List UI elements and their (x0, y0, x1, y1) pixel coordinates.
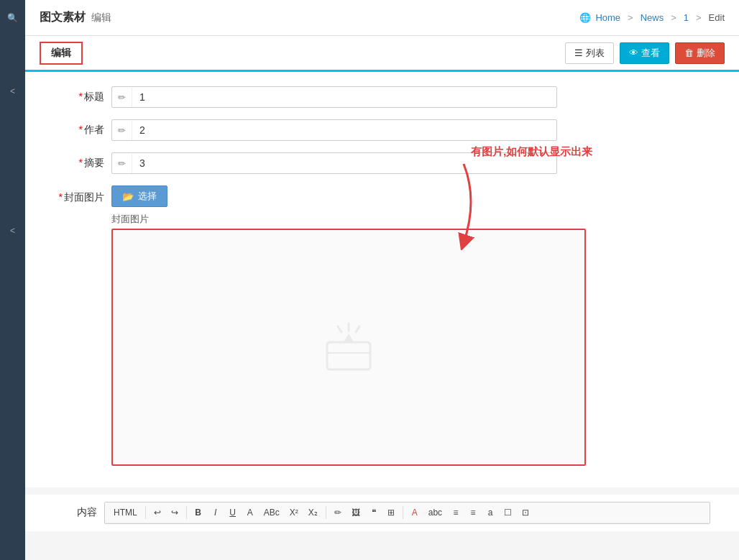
content-area: 编辑 ☰ 列表 👁 查看 🗑 删除 *标 (25, 36, 739, 560)
toolbar-sep-3 (326, 506, 326, 519)
toolbar-sep-2 (186, 506, 187, 519)
cover-preview-label: 封面图片 (111, 213, 586, 226)
breadcrumb-sep-2: > (671, 12, 676, 23)
svg-rect-4 (327, 342, 370, 369)
page-actions: ☰ 列表 👁 查看 🗑 删除 (565, 42, 725, 64)
list-icon: ☰ (574, 47, 583, 58)
svg-line-3 (356, 326, 359, 332)
author-input[interactable] (132, 120, 556, 140)
view-button[interactable]: 👁 查看 (620, 42, 669, 64)
toolbar-underline-btn[interactable]: U (225, 505, 241, 520)
content-label: 内容 (54, 502, 97, 519)
toolbar-redo-btn[interactable]: ↪ (167, 505, 183, 520)
sidebar-collapse-arrow-1[interactable]: < (10, 86, 15, 96)
eye-icon: 👁 (629, 47, 638, 58)
svg-marker-6 (344, 334, 354, 342)
toolbar-row-1: HTML ↩ ↪ B I U A ABc X² X₂ ✏ (105, 502, 710, 523)
cover-row: *封面图片 📂 选择 封面图片 (54, 185, 710, 466)
breadcrumb-globe-icon: 🌐 (579, 12, 591, 23)
page-header: 编辑 ☰ 列表 👁 查看 🗑 删除 (25, 36, 739, 72)
form-area: *标题 ✏ *作者 ✏ *摘要 (25, 72, 739, 487)
toolbar-italic-btn[interactable]: I (208, 505, 224, 520)
edit-tab[interactable]: 编辑 (40, 42, 83, 65)
svg-rect-5 (327, 352, 370, 354)
toolbar-table-btn[interactable]: ⊞ (383, 505, 399, 520)
breadcrumb-current: Edit (709, 12, 725, 23)
toolbar-sub-btn[interactable]: X₂ (304, 505, 322, 520)
select-image-button[interactable]: 📂 选择 (111, 185, 167, 207)
summary-label: *摘要 (54, 157, 111, 170)
page-subtitle: 编辑 (91, 12, 111, 24)
toolbar-anchor-btn[interactable]: a (482, 505, 498, 520)
breadcrumb-id[interactable]: 1 (684, 12, 689, 23)
breadcrumb: 🌐 Home > News > 1 > Edit (579, 12, 725, 23)
author-row: *作者 ✏ (54, 119, 710, 141)
toolbar-quote-open-btn[interactable]: ❝ (366, 505, 382, 520)
breadcrumb-section[interactable]: News (641, 12, 664, 23)
required-star-author: * (79, 124, 83, 135)
toolbar-undo-btn[interactable]: ↩ (150, 505, 165, 520)
toolbar-html-btn[interactable]: HTML (109, 505, 142, 520)
breadcrumb-home[interactable]: Home (595, 12, 620, 23)
title-edit-icon: ✏ (112, 88, 132, 107)
author-label: *作者 (54, 124, 111, 137)
page-title: 图文素材 (40, 10, 86, 25)
title-input[interactable] (132, 87, 556, 107)
required-star-title: * (79, 91, 83, 102)
cover-content: 📂 选择 封面图片 (111, 185, 586, 466)
sidebar: 🔍 < < (0, 0, 25, 560)
summary-row: *摘要 ✏ 有图片,如何默认显示出来 (54, 152, 710, 174)
toolbar-sep-4 (403, 506, 403, 519)
delete-button[interactable]: 🗑 删除 (675, 42, 725, 64)
title-input-wrap: ✏ (111, 86, 557, 108)
title-row: *标题 ✏ (54, 86, 710, 108)
cover-label: *封面图片 (54, 185, 111, 204)
topbar: 图文素材 编辑 🌐 Home > News > 1 > Edit (25, 0, 739, 36)
required-star-summary: * (79, 157, 83, 168)
summary-edit-icon: ✏ (112, 154, 132, 173)
folder-icon: 📂 (122, 191, 134, 202)
toolbar-sep-1 (145, 506, 146, 519)
toolbar-font-btn[interactable]: A (242, 505, 258, 520)
upload-placeholder-icon (316, 315, 381, 380)
cover-preview-wrapper (111, 229, 586, 466)
trash-icon: 🗑 (684, 47, 694, 58)
list-button[interactable]: ☰ 列表 (565, 42, 614, 64)
editor-section: 内容 HTML ↩ ↪ B I U A ABc X² X₂ (25, 495, 739, 531)
editor-label-row: 内容 HTML ↩ ↪ B I U A ABc X² X₂ (54, 502, 710, 524)
toolbar-list-btn[interactable]: ≡ (448, 505, 464, 520)
author-input-wrap: ✏ (111, 119, 557, 141)
required-star-cover: * (59, 191, 63, 203)
title-label: *标题 (54, 91, 111, 104)
toolbar-grid-btn[interactable]: ⊡ (518, 505, 533, 520)
author-edit-icon: ✏ (112, 121, 132, 140)
sidebar-search-icon[interactable]: 🔍 (1, 7, 24, 29)
toolbar-bold-btn[interactable]: B (191, 505, 206, 520)
toolbar-pen-btn[interactable]: ✏ (330, 505, 346, 520)
toolbar-font-color-btn[interactable]: A (407, 505, 423, 520)
sidebar-collapse-arrow-2[interactable]: < (10, 226, 15, 236)
breadcrumb-sep-3: > (696, 12, 702, 23)
topbar-left: 图文素材 编辑 (40, 10, 111, 25)
toolbar-highlight-btn[interactable]: abc (424, 505, 446, 520)
svg-line-2 (338, 326, 341, 332)
toolbar-list2-btn[interactable]: ≡ (465, 505, 481, 520)
breadcrumb-sep-1: > (628, 12, 633, 23)
toolbar-sup-btn[interactable]: X² (285, 505, 303, 520)
toolbar-img-btn[interactable]: 🖼 (347, 505, 364, 520)
cover-preview-box[interactable] (111, 229, 586, 466)
editor-toolbar: HTML ↩ ↪ B I U A ABc X² X₂ ✏ (104, 502, 710, 524)
toolbar-abc-btn[interactable]: ABc (260, 505, 284, 520)
summary-input[interactable] (132, 153, 556, 173)
summary-input-wrap: ✏ (111, 152, 557, 174)
toolbar-checkbox-btn[interactable]: ☐ (500, 505, 516, 520)
main-area: 图文素材 编辑 🌐 Home > News > 1 > Edit 编辑 ☰ 列表 (25, 0, 739, 560)
